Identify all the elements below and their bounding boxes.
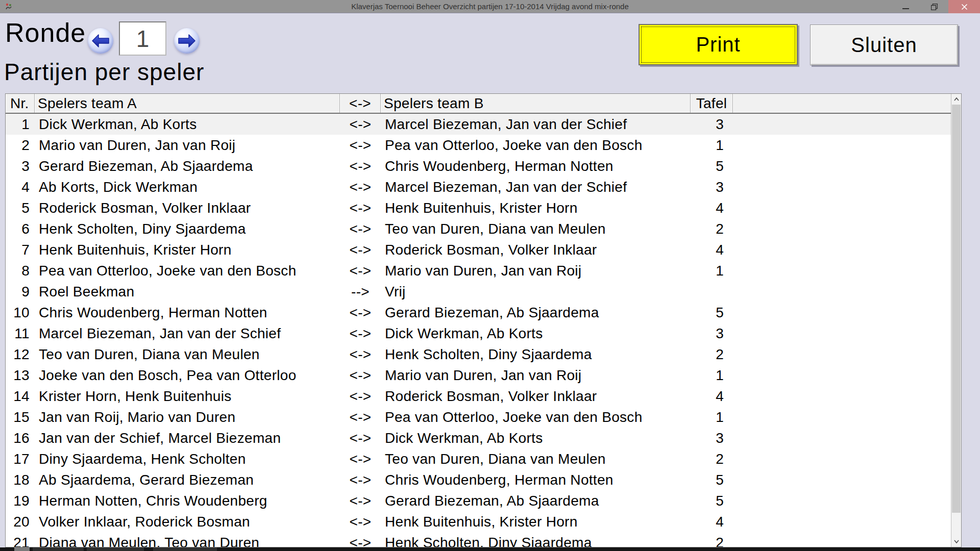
restore-icon [931,4,938,10]
cell-team-a: Krister Horn, Henk Buitenhuis [35,388,340,405]
scrollbar-track[interactable] [951,513,961,537]
cell-vs: <-> [340,451,381,467]
table-row[interactable]: 12 Teo van Duren, Diana van Meulen <-> H… [6,344,951,365]
header-nr[interactable]: Nr. [6,94,35,113]
cell-team-a: Teo van Duren, Diana van Meulen [35,346,340,363]
table-row[interactable]: 19 Herman Notten, Chris Woudenberg <-> G… [6,490,951,511]
cell-tafel: 4 [691,388,733,405]
sluiten-button[interactable]: Sluiten [810,24,958,65]
cell-nr: 14 [6,388,35,405]
arrow-right-icon [178,34,195,47]
table-row[interactable]: 2 Mario van Duren, Jan van Roij <-> Pea … [6,135,951,156]
print-button[interactable]: Print [639,24,798,65]
table-row[interactable]: 4 Ab Korts, Dick Werkman <-> Marcel Biez… [6,177,951,197]
taskbar-segment [87,547,144,551]
scroll-up-button[interactable] [951,94,961,104]
cell-team-b: Henk Buitenhuis, Krister Horn [381,200,691,216]
cell-team-b: Mario van Duren, Jan van Roij [381,263,691,279]
ronde-label: Ronde [5,17,86,48]
cell-team-b: Henk Scholten, Diny Sjaardema [381,346,691,363]
table-row[interactable]: 21 Diana van Meulen, Teo van Duren <-> H… [6,532,951,547]
table-row[interactable]: 18 Ab Sjaardema, Gerard Biezeman <-> Chr… [6,469,951,490]
cell-tafel: 2 [691,451,733,467]
cell-team-b: Teo van Duren, Diana van Meulen [381,221,691,237]
scroll-down-button[interactable] [951,537,961,547]
header-team-a[interactable]: Spelers team A [35,94,340,113]
cell-vs: <-> [340,158,381,174]
table-row[interactable]: 1 Dick Werkman, Ab Korts <-> Marcel Biez… [6,114,951,135]
cell-vs: <-> [340,200,381,216]
table-row[interactable]: 11 Marcel Biezeman, Jan van der Schief <… [6,323,951,344]
cell-tafel: 4 [691,242,733,258]
cell-tafel: 5 [691,158,733,174]
cell-team-b: Gerard Biezeman, Ab Sjaardema [381,493,691,509]
close-icon [961,4,968,10]
taskbar-segment [14,547,30,551]
window-title: Klaverjas Toernooi Beheer Overzicht part… [0,0,980,13]
cell-team-b: Marcel Biezeman, Jan van der Schief [381,116,691,133]
cell-team-a: Roderick Bosman, Volker Inklaar [35,200,340,216]
table-row[interactable]: 16 Jan van der Schief, Marcel Biezeman <… [6,428,951,448]
cell-team-a: Ab Korts, Dick Werkman [35,179,340,195]
table-row[interactable]: 8 Pea van Otterloo, Joeke van den Bosch … [6,260,951,281]
cell-nr: 19 [6,493,35,509]
cell-vs: <-> [340,242,381,258]
minimize-button[interactable] [891,0,920,13]
cell-team-b: Roderick Bosman, Volker Inklaar [381,242,691,258]
cell-team-a: Joeke van den Bosch, Pea van Otterloo [35,367,340,384]
cell-vs: <-> [340,179,381,195]
cell-team-a: Jan van der Schief, Marcel Biezeman [35,430,340,446]
cell-team-a: Ab Sjaardema, Gerard Biezeman [35,472,340,488]
cell-team-b: Marcel Biezeman, Jan van der Schief [381,179,691,195]
cell-nr: 4 [6,179,35,195]
table-row[interactable]: 7 Henk Buitenhuis, Krister Horn <-> Rode… [6,239,951,260]
cell-vs: <-> [340,493,381,509]
vertical-scrollbar[interactable] [951,94,961,547]
cell-vs: <-> [340,116,381,133]
close-button[interactable] [948,0,980,13]
table-row[interactable]: 14 Krister Horn, Henk Buitenhuis <-> Rod… [6,386,951,407]
table-row[interactable]: 17 Diny Sjaardema, Henk Scholten <-> Teo… [6,448,951,469]
cell-nr: 11 [6,325,35,342]
cell-tafel: 1 [691,263,733,279]
table-row[interactable]: 13 Joeke van den Bosch, Pea van Otterloo… [6,365,951,386]
cell-tafel: 1 [691,137,733,154]
cell-nr: 16 [6,430,35,446]
cell-team-b: Pea van Otterloo, Joeke van den Bosch [381,137,691,154]
maximize-button[interactable] [920,0,948,13]
table-row[interactable]: 9 Roel Beekman --> Vrij [6,281,951,302]
sluiten-button-label: Sluiten [851,34,917,57]
scrollbar-thumb[interactable] [952,105,961,513]
cell-nr: 5 [6,200,35,216]
table-row[interactable]: 6 Henk Scholten, Diny Sjaardema <-> Teo … [6,218,951,239]
cell-team-a: Roel Beekman [35,284,340,300]
table-row[interactable]: 3 Gerard Biezeman, Ab Sjaardema <-> Chri… [6,156,951,177]
cell-tafel: 3 [691,325,733,342]
cell-team-a: Gerard Biezeman, Ab Sjaardema [35,158,340,174]
cell-vs: <-> [340,346,381,363]
cell-team-b: Dick Werkman, Ab Korts [381,430,691,446]
table-row[interactable]: 10 Chris Woudenberg, Herman Notten <-> G… [6,302,951,323]
cell-tafel: 4 [691,200,733,216]
cell-nr: 3 [6,158,35,174]
header-vs[interactable]: <-> [340,94,381,113]
cell-vs: <-> [340,514,381,530]
previous-round-button[interactable] [88,28,113,54]
cell-team-a: Pea van Otterloo, Joeke van den Bosch [35,263,340,279]
header-tafel[interactable]: Tafel [691,94,733,113]
cell-nr: 17 [6,451,35,467]
cell-vs: <-> [340,409,381,425]
matches-table: Nr. Spelers team A <-> Spelers team B Ta… [5,93,962,547]
cell-tafel: 2 [691,346,733,363]
header-team-b[interactable]: Spelers team B [381,94,691,113]
next-round-button[interactable] [174,28,200,54]
cell-team-b: Henk Scholten, Diny Sjaardema [381,535,691,547]
cell-team-b: Mario van Duren, Jan van Roij [381,367,691,384]
cell-team-b: Teo van Duren, Diana van Meulen [381,451,691,467]
table-row[interactable]: 15 Jan van Roij, Mario van Duren <-> Pea… [6,407,951,428]
cell-nr: 21 [6,535,35,547]
cell-vs: <-> [340,472,381,488]
table-row[interactable]: 20 Volker Inklaar, Roderick Bosman <-> H… [6,511,951,532]
table-row[interactable]: 5 Roderick Bosman, Volker Inklaar <-> He… [6,197,951,218]
round-number-input[interactable] [119,21,166,56]
